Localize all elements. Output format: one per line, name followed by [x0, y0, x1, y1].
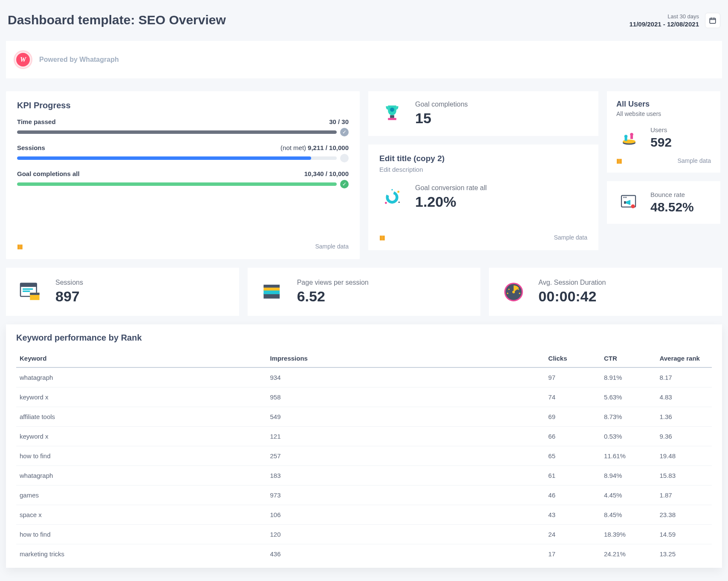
- table-cell: 23.38: [656, 505, 712, 525]
- table-cell: 1.36: [656, 407, 712, 427]
- table-cell: 106: [267, 505, 545, 525]
- edit-description[interactable]: Edit description: [379, 166, 587, 173]
- whatagraph-logo: W: [14, 50, 32, 69]
- trophy-icon: [379, 101, 405, 127]
- kpi-row: Sessions (not met)9,211 / 10,000: [17, 144, 349, 162]
- svg-rect-29: [263, 284, 280, 287]
- all-users-sub: All website users: [616, 110, 711, 117]
- keyword-table-card: Keyword performance by Rank KeywordImpre…: [6, 324, 722, 568]
- kpi-row: Goal completions all 10,340 / 10,000 ✓: [17, 170, 349, 188]
- table-cell: 17: [545, 544, 601, 564]
- date-picker-button[interactable]: [705, 13, 720, 28]
- table-cell: 4.83: [656, 387, 712, 407]
- svg-point-19: [631, 205, 635, 208]
- all-users-card: All Users All website users Users 592 ▮▮…: [607, 91, 720, 173]
- table-cell: 15.83: [656, 466, 712, 486]
- svg-rect-18: [624, 201, 626, 204]
- calendar-icon: [709, 17, 716, 24]
- page-header: Dashboard template: SEO Overview Last 30…: [6, 0, 722, 37]
- branding-bar: W Powered by Whatagraph: [6, 41, 722, 78]
- kpi-label: Time passed: [17, 118, 56, 125]
- table-cell: 46: [545, 486, 601, 505]
- svg-point-31: [512, 290, 515, 293]
- duration-value: 00:00:42: [538, 288, 606, 305]
- users-label: Users: [650, 126, 672, 133]
- table-cell: 97: [545, 367, 601, 387]
- sessions-label: Sessions: [55, 279, 83, 286]
- table-cell: 549: [267, 407, 545, 427]
- table-cell: 11.61%: [601, 446, 656, 466]
- megaphone-icon: [616, 190, 642, 215]
- pageviews-label: Page views per session: [297, 279, 369, 286]
- browser-icon: [18, 279, 43, 305]
- table-cell: whatagraph: [16, 466, 267, 486]
- svg-point-6: [397, 191, 399, 193]
- kpi-label: Goal completions all: [17, 170, 80, 177]
- kpi-value: (not met)9,211 / 10,000: [280, 144, 349, 151]
- progress-bar: [17, 130, 337, 134]
- table-cell: 8.94%: [601, 466, 656, 486]
- analytics-icon: ▮▮: [616, 157, 621, 164]
- table-row: how to find2576511.61%19.48: [16, 446, 712, 466]
- sample-data-label: Sample data: [315, 243, 349, 250]
- status-icon: ✓: [340, 180, 349, 188]
- refresh-icon: [379, 185, 405, 210]
- table-cell: 69: [545, 407, 601, 427]
- goal-completions-label: Goal completions: [415, 101, 468, 108]
- svg-rect-23: [23, 290, 30, 292]
- kpi-label: Sessions: [17, 144, 45, 151]
- svg-rect-12: [625, 138, 627, 141]
- table-header[interactable]: Keyword: [16, 350, 267, 367]
- svg-point-16: [624, 197, 625, 198]
- table-cell: 4.45%: [601, 486, 656, 505]
- table-cell: whatagraph: [16, 367, 267, 387]
- table-title: Keyword performance by Rank: [16, 333, 712, 343]
- sample-data-label: Sample data: [677, 157, 711, 164]
- table-header[interactable]: Clicks: [545, 350, 601, 367]
- table-cell: 66: [545, 427, 601, 446]
- table-cell: 19.48: [656, 446, 712, 466]
- svg-rect-21: [20, 283, 37, 287]
- date-label: Last 30 days: [630, 13, 699, 20]
- table-cell: 8.45%: [601, 505, 656, 525]
- bounce-value: 48.52%: [650, 200, 694, 214]
- progress-bar: [17, 182, 337, 186]
- table-cell: keyword x: [16, 427, 267, 446]
- pageviews-value: 6.52: [297, 288, 369, 305]
- analytics-icon: ▮▮: [379, 234, 384, 241]
- keyword-table: KeywordImpressionsClicksCTRAverage rank …: [16, 350, 712, 564]
- table-cell: 973: [267, 486, 545, 505]
- conversion-label: Goal conversion rate all: [415, 184, 487, 192]
- table-row: keyword x121660.53%9.36: [16, 427, 712, 446]
- table-cell: 43: [545, 505, 601, 525]
- table-cell: space x: [16, 505, 267, 525]
- table-cell: 934: [267, 367, 545, 387]
- users-icon: [616, 125, 642, 150]
- svg-rect-0: [710, 18, 716, 23]
- kpi-progress-card: KPI Progress Time passed 30 / 30 ✓ Sessi…: [6, 91, 360, 259]
- svg-rect-14: [630, 136, 633, 139]
- sessions-value: 897: [55, 288, 83, 305]
- edit-title[interactable]: Edit title (copy 2): [379, 154, 587, 163]
- table-cell: 8.73%: [601, 407, 656, 427]
- table-header[interactable]: CTR: [601, 350, 656, 367]
- table-cell: 183: [267, 466, 545, 486]
- sample-data-label: Sample data: [554, 234, 587, 241]
- table-header[interactable]: Impressions: [267, 350, 545, 367]
- table-row: affiliate tools549698.73%1.36: [16, 407, 712, 427]
- svg-rect-2: [390, 115, 394, 118]
- table-cell: 436: [267, 544, 545, 564]
- svg-point-7: [391, 189, 393, 190]
- table-cell: 9.36: [656, 427, 712, 446]
- table-row: space x106438.45%23.38: [16, 505, 712, 525]
- table-cell: 1.87: [656, 486, 712, 505]
- bounce-label: Bounce rate: [650, 191, 694, 198]
- table-header[interactable]: Average rank: [656, 350, 712, 367]
- all-users-title: All Users: [616, 100, 711, 109]
- kpi-value: 30 / 30: [329, 118, 349, 125]
- table-row: keyword x958745.63%4.83: [16, 387, 712, 407]
- table-row: whatagraph934978.91%8.17: [16, 367, 712, 387]
- svg-rect-22: [23, 288, 33, 289]
- svg-point-17: [625, 197, 627, 198]
- bounce-rate-card: Bounce rate 48.52%: [607, 181, 720, 224]
